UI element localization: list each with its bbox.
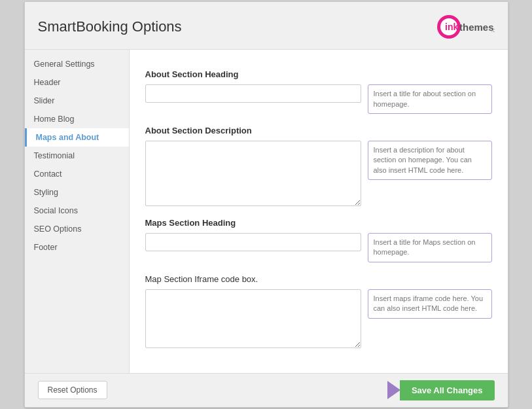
about-heading-input[interactable] — [145, 84, 361, 103]
maps-iframe-row: Insert maps iframe code here. You can al… — [145, 289, 492, 348]
sidebar-item-social-icons[interactable]: Social Icons — [25, 202, 129, 220]
about-desc-row: Insert a description for about section o… — [145, 141, 492, 206]
save-button[interactable]: Save All Changes — [400, 380, 495, 400]
main-container: SmartBooking Options ink themes .com Gen… — [24, 1, 508, 408]
sidebar-item-contact[interactable]: Contact — [25, 165, 129, 183]
save-btn-container: Save All Changes — [387, 380, 495, 400]
sidebar-item-slider[interactable]: Slider — [25, 92, 129, 110]
about-heading-hint: Insert a title for about section on home… — [368, 84, 492, 114]
inkthemes-logo: ink themes .com — [436, 14, 495, 40]
sidebar: General Settings Header Slider Home Blog… — [25, 50, 130, 373]
sidebar-item-seo-options[interactable]: SEO Options — [25, 220, 129, 238]
svg-text:themes: themes — [459, 22, 494, 33]
svg-text:ink: ink — [445, 22, 458, 32]
about-desc-label: About Section Description — [145, 126, 492, 135]
page-header: SmartBooking Options ink themes .com — [25, 2, 508, 50]
sidebar-item-footer[interactable]: Footer — [25, 238, 129, 257]
sidebar-item-header[interactable]: Header — [25, 73, 129, 92]
maps-iframe-textarea[interactable] — [145, 289, 361, 348]
about-desc-textarea[interactable] — [145, 141, 361, 206]
main-content-panel: About Section Heading Insert a title for… — [130, 50, 508, 373]
arrow-decoration — [387, 381, 400, 399]
sidebar-item-general-settings[interactable]: General Settings — [25, 55, 129, 73]
sidebar-item-styling[interactable]: Styling — [25, 183, 129, 202]
footer-bar: Reset Options Save All Changes — [25, 373, 508, 407]
content-area: General Settings Header Slider Home Blog… — [25, 50, 508, 373]
sidebar-item-maps-and-about[interactable]: Maps and About — [25, 128, 129, 147]
about-heading-label: About Section Heading — [145, 69, 492, 79]
sidebar-item-testimonial[interactable]: Testimonial — [25, 147, 129, 165]
about-heading-row: Insert a title for about section on home… — [145, 84, 492, 114]
maps-heading-hint: Insert a title for Maps section on homep… — [368, 233, 492, 262]
sidebar-item-home-blog[interactable]: Home Blog — [25, 110, 129, 128]
about-desc-hint: Insert a description for about section o… — [368, 141, 492, 180]
logo-container: ink themes .com — [436, 14, 495, 40]
reset-button[interactable]: Reset Options — [38, 381, 107, 399]
maps-heading-row: Insert a title for Maps section on homep… — [145, 233, 492, 262]
maps-heading-label: Maps Section Heading — [145, 218, 492, 228]
maps-iframe-label: Map Section Iframe code box. — [145, 274, 492, 284]
svg-text:.com: .com — [491, 27, 495, 33]
maps-iframe-hint: Insert maps iframe code here. You can al… — [368, 289, 492, 319]
page-title: SmartBooking Options — [38, 18, 182, 35]
maps-heading-input[interactable] — [145, 233, 361, 251]
